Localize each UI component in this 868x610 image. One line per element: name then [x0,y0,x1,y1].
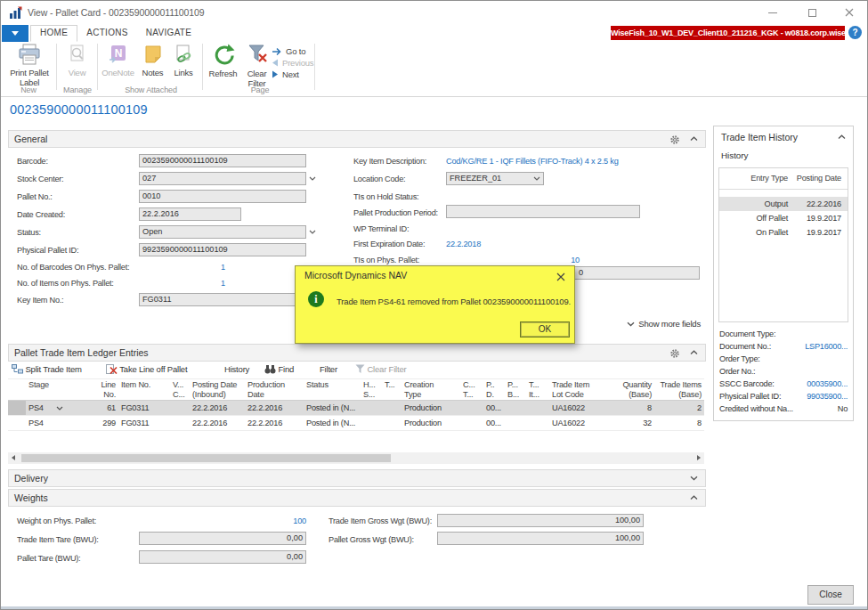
section-header-general[interactable]: General [8,130,706,148]
physical-pallet-id-field[interactable]: 9923590000011100109 [139,243,306,256]
key-item-no-field[interactable]: FG0311 [139,293,306,306]
gear-icon[interactable] [669,348,680,359]
history-row[interactable]: Off Pallet19.9.2017 [719,211,848,225]
col-pb[interactable]: P...B... [505,379,526,400]
page-title: 0023590000011100109 [10,102,148,117]
first-expiration-date-link[interactable]: 22.2.2018 [446,240,481,248]
collapse-chevron-icon[interactable] [690,495,698,500]
minimize-icon[interactable] [753,1,792,24]
col-quantity[interactable]: Quantity(Base) [606,379,654,400]
dropdown-chevron-icon[interactable] [56,406,63,411]
location-code-field[interactable]: FREEZER_01 [446,172,544,185]
field-label: WP Terminal ID: [353,224,409,233]
tab-actions[interactable]: ACTIONS [77,25,137,42]
sscc-barcode-link[interactable]: 00035900... [807,379,848,388]
row-selector[interactable] [8,401,26,415]
maximize-icon[interactable] [792,1,831,24]
trade-item-gross-wgt-field[interactable]: 100,00 [437,514,644,527]
document-no-link[interactable]: LSP16000... [805,342,848,351]
col-vc[interactable]: V...C... [170,379,190,400]
cell-stage[interactable]: PS4 [26,401,88,415]
dialog-close-icon[interactable] [556,272,565,281]
show-more-fields-link[interactable]: Show more fields [588,319,701,329]
key-item-description-link[interactable]: Cod/KG/RE 1 - IQF Fillets (FIFO-Track) 4… [446,157,619,166]
close-window-icon[interactable] [830,1,868,24]
barcodes-count-link[interactable]: 1 [139,263,225,272]
app-menu-button[interactable] [2,25,28,42]
previous-button: Previous [272,57,320,69]
tab-navigate[interactable]: NAVIGATE [137,25,200,42]
col-entry-type[interactable]: Entry Type [719,173,791,189]
notes-button[interactable]: Notes [138,44,167,90]
col-pd[interactable]: P..D. [483,379,505,400]
pallet-production-period-field[interactable] [446,205,640,218]
table-row[interactable]: PS4 299 FG0311 22.2.2016 22.2.2016 Poste… [8,416,704,431]
section-header-delivery[interactable]: Delivery [8,469,706,487]
col-tit[interactable]: T...It... [526,379,549,400]
pallet-tare-field[interactable]: 0,00 [139,550,306,564]
pallet-no-field[interactable]: 0010 [139,190,306,203]
barcode-field[interactable]: 0023590000011100109 [139,154,306,167]
split-trade-item-button[interactable]: Split Trade Item [12,364,82,374]
col-production-date[interactable]: ProductionDate [245,379,304,400]
col-posting-date[interactable]: Posting Date(Inbound) [190,379,245,400]
expand-chevron-icon[interactable] [690,476,698,481]
filter-button[interactable]: Filter [320,364,337,374]
col-trade-items[interactable]: Trade Items(Base) [654,379,704,400]
scroll-left-icon[interactable] [12,455,15,460]
weight-on-pallet-link[interactable]: 100 [139,516,306,525]
dropdown-chevron-icon[interactable] [533,176,540,181]
col-ct[interactable]: C...T... [460,379,483,400]
history-row[interactable]: On Pallet19.9.2017 [719,225,848,240]
go-to-button[interactable]: Go to [272,45,320,57]
close-button[interactable]: Close [807,585,854,605]
col-posting-date[interactable]: Posting Date [791,173,844,189]
ok-button[interactable]: OK [520,321,570,338]
find-button[interactable]: Find [264,364,294,374]
col-lot-code[interactable]: Trade ItemLot Code [549,379,606,400]
stock-center-field[interactable]: 027 [139,172,306,185]
items-count-link[interactable]: 1 [139,279,225,288]
section-header-ledger-entries[interactable]: Pallet Trade Item Ledger Entries [8,344,706,362]
row-selector[interactable] [8,416,26,430]
trade-item-tare-field[interactable]: 0,00 [139,532,306,545]
col-hs[interactable]: H...S... [361,379,382,400]
next-button[interactable]: Next [272,69,320,80]
date-created-field[interactable]: 22.2.2016 [139,207,241,221]
collapse-chevron-icon[interactable] [838,134,846,140]
group-label-show-attached: Show Attached [99,85,203,94]
horizontal-scrollbar[interactable] [8,452,704,464]
arrow-right-icon [272,70,279,78]
collapse-chevron-icon[interactable] [690,136,698,142]
table-row[interactable]: PS4 61 FG0311 22.2.2016 22.2.2016 Posted… [8,401,704,416]
physical-pallet-id-link[interactable]: 99035900... [807,392,848,401]
help-icon[interactable]: ? [848,26,862,39]
dropdown-chevron-icon[interactable] [309,176,316,181]
print-pallet-label-button[interactable]: Print Pallet Label [4,44,55,90]
dropdown-chevron-icon[interactable] [309,230,316,234]
col-t[interactable]: T... [382,379,402,400]
panel-subtitle[interactable]: History [721,150,748,160]
history-button[interactable]: History [224,364,249,374]
col-status[interactable]: Status [304,379,361,400]
scroll-right-icon[interactable] [697,455,701,460]
col-stage[interactable]: Stage [26,379,88,400]
pallet-gross-wgt-field[interactable]: 100,00 [437,532,644,545]
col-creation-type[interactable]: CreationType [402,379,460,400]
scrollbar-thumb[interactable] [21,454,391,462]
gear-icon[interactable] [669,134,680,145]
clear-filter-toolbar-button: Clear Filter [355,364,407,374]
take-line-off-pallet-button[interactable]: Take Line off Pallet [106,364,187,374]
history-row[interactable]: Output22.2.2016 [719,197,848,211]
col-line-no[interactable]: LineNo. [88,379,118,400]
collapse-chevron-icon[interactable] [690,350,698,355]
section-header-weights[interactable]: Weights [8,489,706,507]
tis-on-pallet-link[interactable]: 10 [446,256,580,264]
status-field[interactable]: Open [139,225,306,239]
clear-filter-button[interactable]: Clear Filter [241,44,272,90]
refresh-button[interactable]: Refresh [205,44,241,90]
col-item-no[interactable]: Item No. [118,379,170,400]
tab-home[interactable]: HOME [30,25,77,42]
ledger-table-header: Stage LineNo. Item No. V...C... Posting … [8,378,704,401]
links-button[interactable]: Links [167,44,199,90]
